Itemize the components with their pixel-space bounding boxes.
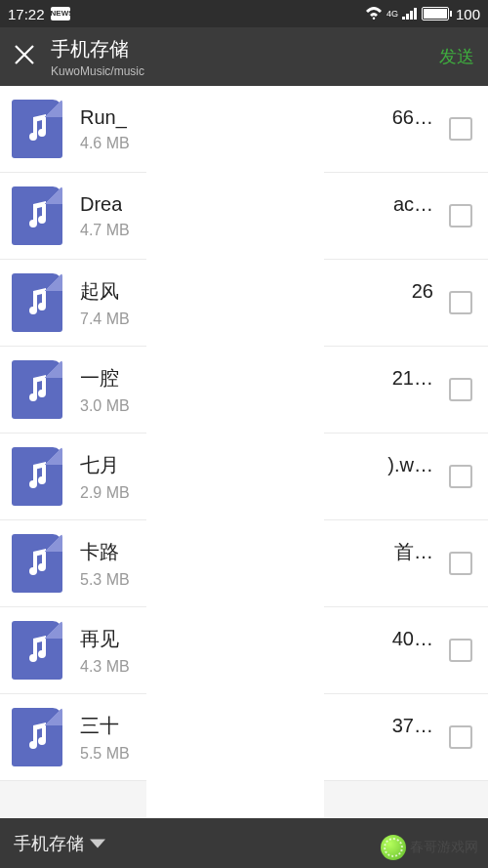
music-file-icon — [12, 186, 62, 245]
music-file-icon — [12, 708, 62, 766]
file-name-right: 首… — [394, 539, 433, 565]
file-name-left: 一腔 — [80, 365, 119, 392]
battery-icon — [422, 7, 452, 21]
signal-icon — [402, 6, 418, 22]
file-name-right: 37… — [392, 715, 433, 737]
checkbox[interactable] — [449, 378, 472, 401]
music-file-icon — [12, 100, 62, 158]
music-file-icon — [12, 447, 62, 506]
footer-label: 手机存储 — [14, 832, 84, 855]
watermark-logo-icon — [381, 835, 406, 860]
file-name-right: ac… — [393, 193, 433, 216]
music-file-icon — [12, 360, 62, 419]
file-name-right: 26 — [412, 280, 433, 303]
file-name-left: 卡路 — [80, 539, 119, 565]
watermark-text: 春哥游戏网 — [410, 839, 478, 856]
status-time: 17:22 — [8, 6, 45, 22]
file-name-right: 21… — [392, 367, 433, 390]
file-name-right: 66… — [392, 106, 433, 129]
page-title: 手机存储 — [51, 36, 144, 62]
wifi-icon — [365, 6, 383, 22]
svg-rect-2 — [410, 11, 413, 20]
checkbox[interactable] — [449, 204, 472, 227]
checkbox[interactable] — [449, 291, 472, 314]
checkbox[interactable] — [449, 552, 472, 575]
dropdown-icon — [90, 839, 105, 847]
file-name-left: 起风 — [80, 278, 119, 305]
close-button[interactable] — [14, 42, 43, 72]
send-button[interactable]: 发送 — [439, 45, 474, 68]
checkbox[interactable] — [449, 639, 472, 662]
svg-rect-3 — [414, 8, 417, 20]
occlusion-overlay — [146, 86, 324, 818]
network-4g-icon: 4G — [386, 10, 398, 19]
file-name-left: 七月 — [80, 452, 119, 478]
file-name-left: 再见 — [80, 626, 119, 652]
music-file-icon — [12, 273, 62, 332]
file-name-right: ).w… — [387, 454, 433, 476]
watermark: 春哥游戏网 — [381, 835, 478, 860]
news-badge-icon: NEWS — [51, 7, 70, 21]
status-bar: 17:22 NEWS 4G 100 — [0, 0, 488, 27]
file-name-left: Run_ — [80, 106, 127, 129]
checkbox[interactable] — [449, 117, 472, 141]
breadcrumb: KuwoMusic/music — [51, 64, 144, 78]
music-file-icon — [12, 621, 62, 680]
file-name-left: Drea — [80, 193, 122, 216]
music-file-icon — [12, 534, 62, 593]
checkbox[interactable] — [449, 725, 472, 749]
app-header: 手机存储 KuwoMusic/music 发送 — [0, 27, 488, 86]
file-name-right: 40… — [392, 628, 433, 650]
checkbox[interactable] — [449, 465, 472, 488]
svg-rect-0 — [402, 17, 405, 20]
svg-rect-1 — [406, 14, 409, 20]
battery-text: 100 — [456, 6, 480, 22]
file-name-left: 三十 — [80, 713, 119, 739]
